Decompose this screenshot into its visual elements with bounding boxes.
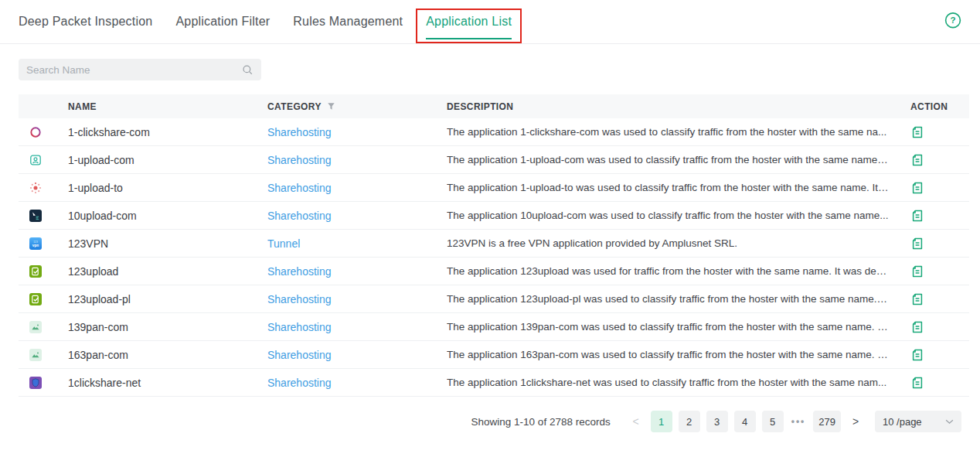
vpn-badge-icon: 123vpn <box>29 237 42 250</box>
view-details-document-icon[interactable] <box>910 181 924 195</box>
view-details-document-icon[interactable] <box>910 153 924 167</box>
app-name: 1clickshare-net <box>68 377 267 389</box>
search-box <box>19 59 261 80</box>
tab-label: Deep Packet Inspection <box>19 15 152 29</box>
table-row: 1-upload-comSharehostingThe application … <box>19 146 969 174</box>
table-row: 139pan-comSharehostingThe application 13… <box>19 313 969 341</box>
app-name: 139pan-com <box>68 321 267 333</box>
uploader-dark-icon <box>29 210 42 222</box>
filter-funnel-icon[interactable] <box>327 102 335 111</box>
category-link[interactable]: Tunnel <box>267 237 300 250</box>
action-cell <box>897 264 969 278</box>
table-row: 1clickshare-netSharehostingThe applicati… <box>19 369 969 397</box>
app-name: 1-upload-to <box>68 182 267 194</box>
tab-rules-management[interactable]: Rules Management <box>293 0 403 43</box>
category-link[interactable]: Sharehosting <box>267 349 332 361</box>
app-description: The application 1-upload-com was used to… <box>447 154 897 165</box>
app-name: 123VPN <box>68 237 267 250</box>
header-category-label: CATEGORY <box>267 101 322 112</box>
app-icon-cell <box>19 293 68 305</box>
app-icon-cell: 123vpn <box>19 237 68 250</box>
mountain-icon <box>29 349 42 361</box>
app-description: The application 1-clickshare-com was use… <box>447 126 897 138</box>
table-row: 123upload-plSharehostingThe application … <box>19 285 969 313</box>
page-size-select[interactable]: 10 /page <box>875 411 961 432</box>
ring-gradient-icon <box>29 126 42 138</box>
app-icon-cell <box>19 377 68 389</box>
category-link[interactable]: Sharehosting <box>267 126 332 138</box>
tab-bar: Deep Packet InspectionApplication Filter… <box>0 0 980 44</box>
category-link[interactable]: Sharehosting <box>267 210 332 222</box>
table-header: NAME CATEGORY DESCRIPTION ACTION <box>19 94 969 118</box>
chevron-down-icon <box>945 419 954 425</box>
table-row: 123uploadSharehostingThe application 123… <box>19 258 969 285</box>
action-cell <box>897 181 969 195</box>
table-row: 10upload-comSharehostingThe application … <box>19 202 969 230</box>
page-button-2[interactable]: 2 <box>679 411 700 432</box>
user-frame-icon <box>29 154 42 166</box>
action-cell <box>897 292 969 306</box>
header-category: CATEGORY <box>267 101 447 112</box>
tab-label: Application List <box>426 15 512 29</box>
page-button-5[interactable]: 5 <box>762 411 784 432</box>
category-link[interactable]: Sharehosting <box>267 182 332 194</box>
category-link[interactable]: Sharehosting <box>267 293 332 305</box>
table-body: 1-clickshare-comSharehostingThe applicat… <box>19 118 969 397</box>
category-link[interactable]: Sharehosting <box>267 377 332 389</box>
view-details-document-icon[interactable] <box>910 264 924 278</box>
mountain-icon <box>29 321 42 333</box>
app-icon-cell <box>19 265 68 278</box>
category-cell: Sharehosting <box>267 321 447 333</box>
pagination-summary: Showing 1-10 of 2788 records <box>471 416 611 428</box>
burst-icon <box>29 182 42 194</box>
app-description: The application 139pan-com was used to c… <box>447 321 897 333</box>
category-cell: Sharehosting <box>267 126 447 138</box>
category-cell: Sharehosting <box>267 293 447 305</box>
view-details-document-icon[interactable] <box>910 376 924 390</box>
category-link[interactable]: Sharehosting <box>267 154 332 166</box>
tab-deep-packet-inspection[interactable]: Deep Packet Inspection <box>19 0 152 43</box>
category-link[interactable]: Sharehosting <box>267 265 332 278</box>
page-jump-ellipsis[interactable]: ••• <box>791 416 806 427</box>
help-icon[interactable]: ? <box>944 12 961 29</box>
view-details-document-icon[interactable] <box>910 348 924 362</box>
app-description: The application 163pan-com was used to c… <box>447 349 897 360</box>
view-details-document-icon[interactable] <box>910 237 924 251</box>
app-name: 123upload-pl <box>68 293 267 305</box>
app-icon-cell <box>19 321 68 333</box>
search-icon[interactable] <box>242 64 254 76</box>
page-button-4[interactable]: 4 <box>734 411 756 432</box>
app-name: 163pan-com <box>68 349 267 361</box>
view-details-document-icon[interactable] <box>910 320 924 334</box>
view-details-document-icon[interactable] <box>910 209 924 223</box>
category-cell: Sharehosting <box>267 210 447 222</box>
app-name: 10upload-com <box>68 210 267 222</box>
page-button-1[interactable]: 1 <box>651 411 672 432</box>
app-icon-cell <box>19 126 68 138</box>
last-page-button[interactable]: 279 <box>813 411 841 432</box>
prev-page-button[interactable]: < <box>628 411 645 432</box>
svg-text:?: ? <box>950 15 955 25</box>
tab-label: Application Filter <box>175 15 270 29</box>
action-cell <box>897 320 969 334</box>
tab-application-filter[interactable]: Application Filter <box>175 0 270 43</box>
search-input[interactable] <box>26 64 242 76</box>
header-description: DESCRIPTION <box>447 101 897 112</box>
tabs: Deep Packet InspectionApplication Filter… <box>19 0 512 43</box>
table-row: 1-upload-toSharehostingThe application 1… <box>19 174 969 202</box>
page-button-3[interactable]: 3 <box>706 411 728 432</box>
application-table: NAME CATEGORY DESCRIPTION ACTION 1-click… <box>19 94 969 397</box>
upload-check-icon <box>29 265 42 278</box>
app-icon-cell <box>19 182 68 194</box>
category-link[interactable]: Sharehosting <box>267 321 332 333</box>
table-row: 1-clickshare-comSharehostingThe applicat… <box>19 118 969 146</box>
action-cell <box>897 376 969 390</box>
view-details-document-icon[interactable] <box>910 292 924 306</box>
app-description: 123VPN is a free VPN application provide… <box>447 237 897 249</box>
tab-application-list[interactable]: Application List <box>426 0 512 43</box>
next-page-button[interactable]: > <box>847 411 864 432</box>
category-cell: Sharehosting <box>267 182 447 194</box>
upload-check-icon <box>29 293 42 305</box>
action-cell <box>897 125 969 139</box>
view-details-document-icon[interactable] <box>910 125 924 139</box>
